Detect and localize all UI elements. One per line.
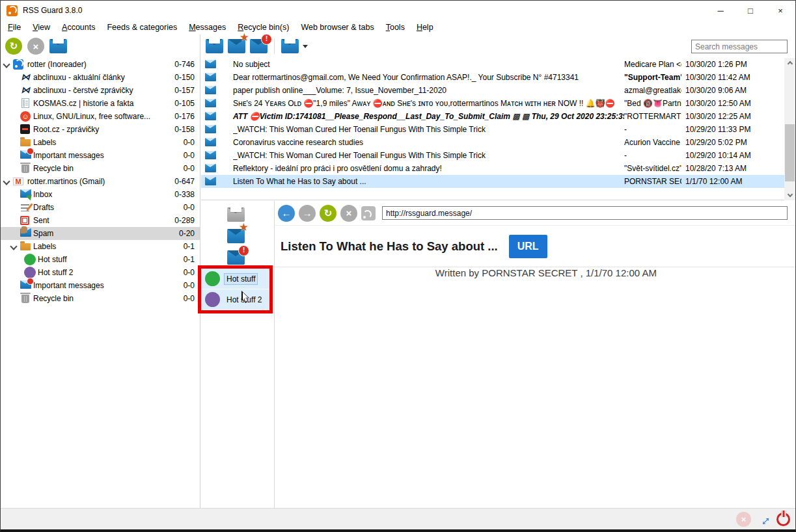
label-color-icon xyxy=(205,271,220,286)
scrollbar-thumb[interactable] xyxy=(785,124,795,181)
message-date: 10/28/20 7:13 AM xyxy=(685,164,754,173)
feed-row[interactable]: Mrotter.martinos (Gmail)0-647 xyxy=(1,175,200,188)
menu-tools[interactable]: Tools xyxy=(380,20,411,34)
feed-row[interactable]: Sent0-289 xyxy=(1,214,200,227)
mouse-cursor-icon xyxy=(241,291,250,303)
update-feeds-button[interactable]: ↻ xyxy=(5,38,22,55)
message-row[interactable]: Reflektory - ideální pro práci i pro osv… xyxy=(201,162,795,175)
label-item[interactable]: Hot stuff 2 xyxy=(201,289,269,310)
stop-update-icon: × xyxy=(27,38,44,55)
feed-row[interactable]: Hot stuff0-1 xyxy=(1,253,200,266)
status-bar: × ↔ xyxy=(1,508,795,529)
message-row[interactable]: Sʜᴇ's 24 Yᴇᴀʀs Oʟᴅ ⛔"1,9 miles" Aᴡᴀʏ ⛔ᴀɴ… xyxy=(201,97,795,110)
feed-row[interactable]: ☺Linux, GNU/Linux, free software...0-176 xyxy=(1,110,200,123)
menu-help[interactable]: Help xyxy=(411,20,439,34)
stop-update-button[interactable]: × xyxy=(27,38,44,55)
mark-important-button[interactable] xyxy=(227,250,245,265)
mark-starred-button[interactable] xyxy=(227,229,245,243)
chevron-expanded-icon[interactable] xyxy=(3,60,10,68)
stop-icon[interactable]: × xyxy=(340,205,357,222)
menu-view[interactable]: View xyxy=(27,20,56,34)
minimize-button[interactable]: ─ xyxy=(706,1,735,20)
message-row[interactable]: _WATCH: This Woman Cured Her Toenail Fun… xyxy=(201,123,795,136)
message-row[interactable]: _WATCH: This Woman Cured Her Toenail Fun… xyxy=(201,149,795,162)
feed-row[interactable]: Inbox0-338 xyxy=(1,188,200,201)
message-row[interactable]: No subjectMedicare Plan <e...10/30/20 1:… xyxy=(201,58,795,71)
feed-row[interactable]: Important messages0-0 xyxy=(1,279,200,292)
feed-tree: rotter (Inoreader)0-746⋈abclinuxu - aktu… xyxy=(1,58,200,508)
reload-icon[interactable]: ↻ xyxy=(320,205,336,222)
feed-row[interactable]: ⋈abclinuxu - čerstvé zprávičky0-157 xyxy=(1,84,200,97)
message-row[interactable]: Coronavirus vaccine research studiesAcur… xyxy=(201,136,795,149)
feed-label: Recycle bin xyxy=(33,294,74,303)
url-button[interactable]: URL xyxy=(509,235,547,258)
feed-row[interactable]: Labels0-1 xyxy=(1,240,200,253)
url-input[interactable] xyxy=(382,206,788,220)
message-filter-button[interactable] xyxy=(281,39,308,53)
update-feeds-icon: ↻ xyxy=(5,38,22,55)
title-bar: RSS Guard 3.8.0 ─ □ × xyxy=(1,1,795,20)
forward-icon[interactable]: → xyxy=(299,205,316,222)
trash-icon xyxy=(21,295,29,303)
scroll-down-icon[interactable] xyxy=(784,191,795,200)
back-icon[interactable]: ← xyxy=(278,205,295,222)
discard-disabled-icon: × xyxy=(736,512,751,527)
message-subject: paper publish online___Volume: 7, Issue_… xyxy=(233,86,624,95)
menu-bar: FileViewAccountsFeeds & categoriesMessag… xyxy=(1,20,795,34)
message-list-scrollbar[interactable] xyxy=(784,58,795,200)
preview-title-row: Listen To What he Has to Say about ... U… xyxy=(275,226,795,267)
chevron-expanded-icon[interactable] xyxy=(3,178,10,185)
message-row[interactable]: ATT ⛔Victim ID:1741081__Please_Respond__… xyxy=(201,110,795,123)
message-sender: Acurion Vaccine S... xyxy=(624,138,681,147)
circle-icon xyxy=(24,267,36,278)
mark-feed-read-button[interactable] xyxy=(49,39,67,53)
feed-row[interactable]: rotter (Inoreader)0-746 xyxy=(1,58,200,71)
feed-row[interactable]: Hot stuff 20-0 xyxy=(1,266,200,279)
menu-web-browser-tabs[interactable]: Web browser & tabs xyxy=(295,20,379,34)
close-button[interactable]: × xyxy=(765,1,795,20)
message-row[interactable]: paper publish online___Volume: 7, Issue_… xyxy=(201,84,795,97)
label-item[interactable]: Hot stuff xyxy=(201,269,269,289)
message-envelope-icon xyxy=(205,112,216,120)
folder-icon xyxy=(20,139,31,146)
feeds-pane: ↻× rotter (Inoreader)0-746⋈abclinuxu - a… xyxy=(1,34,200,508)
mark-read-button xyxy=(227,207,245,222)
feed-row[interactable]: ⋈abclinuxu - aktuální články0-150 xyxy=(1,71,200,84)
menu-feeds-categories[interactable]: Feeds & categories xyxy=(101,20,183,34)
menu-file[interactable]: File xyxy=(2,20,27,34)
feed-row[interactable]: Recycle bin0-0 xyxy=(1,292,200,305)
abclinuxu-icon: ⋈ xyxy=(20,72,31,82)
chevron-expanded-icon[interactable] xyxy=(10,243,17,250)
search-input[interactable] xyxy=(691,40,788,53)
mark-read-button[interactable] xyxy=(206,39,223,53)
message-date: 10/30/20 12:25 AM xyxy=(685,112,754,121)
mark-starred-button[interactable] xyxy=(228,39,245,53)
message-subject: No subject xyxy=(233,60,624,69)
menu-accounts[interactable]: Accounts xyxy=(56,20,101,34)
feed-row[interactable]: KOSMAS.cz | historie a fakta0-105 xyxy=(1,97,200,110)
message-sender: azmal@greatlake... xyxy=(624,86,681,95)
scroll-up-icon[interactable] xyxy=(784,58,795,68)
message-row[interactable]: Dear rottermartinos@gmail.com, We Need Y… xyxy=(201,71,795,84)
feed-unread-count: 0-647 xyxy=(174,177,195,186)
feed-row[interactable]: Important messages0-0 xyxy=(1,149,200,162)
rss-source-icon xyxy=(361,206,376,220)
feed-row[interactable]: Spam0-20 xyxy=(1,227,200,240)
feed-row[interactable]: Root.cz - zprávičky0-158 xyxy=(1,123,200,136)
message-filter-icon xyxy=(281,39,299,53)
quit-power-icon[interactable] xyxy=(776,512,790,526)
feed-label: Recycle bin xyxy=(33,164,74,173)
menu-messages[interactable]: Messages xyxy=(183,20,232,34)
feed-row[interactable]: Drafts0-0 xyxy=(1,201,200,214)
app-window: RSS Guard 3.8.0 ─ □ × FileViewAccountsFe… xyxy=(0,0,796,532)
message-date: 1/1/70 12:00 AM xyxy=(685,177,754,186)
fullscreen-icon[interactable]: ↔ xyxy=(754,509,774,529)
feed-row[interactable]: Labels0-0 xyxy=(1,136,200,149)
annotation-red-box: Hot stuffHot stuff 2 xyxy=(198,265,273,313)
mark-important-button[interactable] xyxy=(250,39,268,53)
label-color-icon xyxy=(205,292,220,307)
maximize-button[interactable]: □ xyxy=(735,1,765,20)
message-row[interactable]: Listen To What he Has to Say about ...PO… xyxy=(201,175,795,188)
window-title: RSS Guard 3.8.0 xyxy=(23,6,82,15)
feed-row[interactable]: Recycle bin0-0 xyxy=(1,162,200,175)
